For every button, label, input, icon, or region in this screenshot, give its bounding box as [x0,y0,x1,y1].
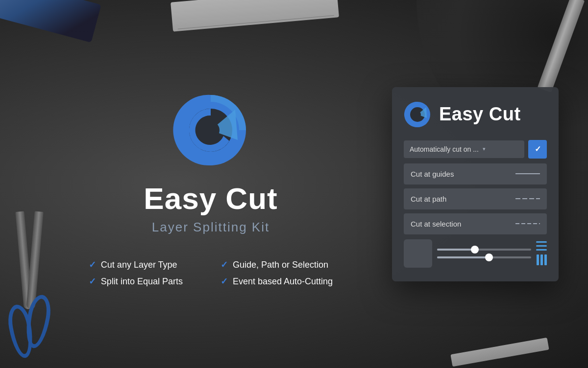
column-3 [544,254,547,265]
ui-panel: Easy Cut Automatically cut on ... ▾ ✓ Cu… [392,87,559,281]
slider-thumb-1[interactable] [471,246,479,253]
cut-selection-label: Cut at selection [411,220,461,228]
hamburger-line-1 [536,241,547,243]
panel-title: Easy Cut [439,104,521,125]
columns-view-button[interactable] [537,254,547,265]
check-icon-4: ✓ [220,276,228,287]
feature-item-2: ✓ Split into Equal Parts [89,276,201,287]
feature-item-4: ✓ Event based Auto-Cutting [220,276,333,287]
features-list: ✓ Cut any Layer Type ✓ Guide, Path or Se… [89,259,333,287]
slider-track-1[interactable] [437,249,531,251]
svg-point-7 [414,111,421,118]
feature-item-3: ✓ Guide, Path or Selection [220,259,333,270]
hamburger-menu-button[interactable] [536,241,547,251]
column-1 [537,254,539,265]
cut-guides-label: Cut at guides [411,170,454,178]
slider-row-2 [437,256,531,258]
cut-guides-button[interactable]: Cut at guides [404,163,547,184]
panel-header: Easy Cut [404,101,547,128]
feature-text-1: Cut any Layer Type [101,260,177,270]
left-panel: Easy Cut Layer Splitting Kit ✓ Cut any L… [29,81,392,287]
check-icon-1: ✓ [89,259,96,270]
grid-view-button[interactable] [404,239,432,268]
check-icon-2: ✓ [89,276,96,287]
app-subtitle: Layer Splitting Kit [152,220,270,235]
column-2 [540,254,543,265]
feature-text-2: Split into Equal Parts [101,276,183,287]
app-title: Easy Cut [144,181,277,216]
slider-fill-1 [437,249,475,251]
right-panel: Easy Cut Automatically cut on ... ▾ ✓ Cu… [392,87,559,281]
sliders-area [437,249,531,258]
view-icons [536,241,547,265]
dropdown-label: Automatically cut on ... [410,145,479,153]
bottom-controls [404,239,547,268]
slider-row-1 [437,249,531,251]
slider-thumb-2[interactable] [485,253,493,261]
auto-cut-dropdown[interactable]: Automatically cut on ... ▾ [404,140,524,158]
feature-text-4: Event based Auto-Cutting [233,276,333,287]
cut-path-button[interactable]: Cut at path [404,188,547,209]
feature-text-3: Guide, Path or Selection [233,260,328,270]
main-logo-icon [172,91,250,169]
main-content: Easy Cut Layer Splitting Kit ✓ Cut any L… [0,0,588,368]
logo-container [172,91,250,171]
hamburger-line-2 [536,245,547,247]
cut-path-label: Cut at path [411,195,446,203]
dropdown-row: Automatically cut on ... ▾ ✓ [404,140,547,159]
guides-line-icon [515,173,540,174]
feature-item-1: ✓ Cut any Layer Type [89,259,201,270]
check-icon-3: ✓ [220,259,228,270]
chevron-down-icon: ▾ [483,146,486,152]
hamburger-line-3 [536,249,547,251]
selection-line-icon [515,223,540,224]
slider-fill-2 [437,256,489,258]
panel-logo-icon [404,101,431,128]
path-line-icon [515,198,540,199]
check-icon: ✓ [535,144,541,154]
confirm-button[interactable]: ✓ [528,140,547,159]
svg-point-4 [202,121,220,139]
slider-track-2[interactable] [437,256,531,258]
cut-selection-button[interactable]: Cut at selection [404,213,547,234]
